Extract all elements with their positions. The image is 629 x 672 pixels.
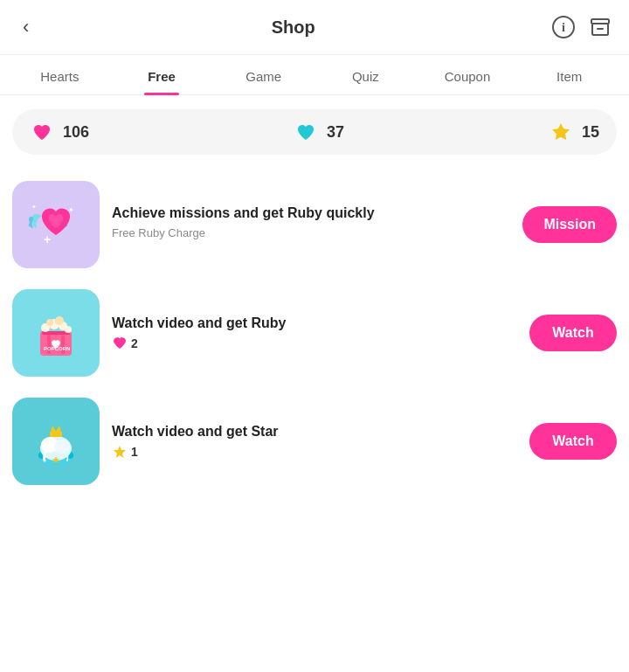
tab-coupon[interactable]: Coupon [417,55,519,94]
svg-marker-27 [114,446,126,458]
svg-point-18 [55,316,64,325]
star-count: 15 [582,123,599,142]
page-title: Shop [272,17,315,38]
teal-heart-icon [294,120,318,144]
svg-point-24 [54,440,70,454]
watch-star-card-content: Watch video and get Star 1 [112,423,517,461]
mission-card-content: Achieve missions and get Ruby quickly Fr… [112,204,510,245]
cards-list: + ✦ ✦ Achieve missions and get Ruby quic… [0,169,629,497]
svg-marker-5 [552,123,570,140]
teal-heart-count: 37 [327,123,344,142]
svg-point-16 [65,326,72,333]
info-icon[interactable]: i [550,14,577,40]
watch-ruby-reward-count: 2 [131,336,138,350]
svg-text:✦: ✦ [68,206,74,214]
tab-item[interactable]: Item [518,55,620,94]
back-button[interactable]: ‹ [16,12,36,42]
header: ‹ Shop i [0,0,629,55]
tab-hearts[interactable]: Hearts [9,55,111,94]
stats-bar: 106 37 15 [12,109,617,155]
svg-text:✦: ✦ [31,204,37,210]
pink-heart-count: 106 [63,123,89,142]
tab-bar: Hearts Free Game Quiz Coupon Item [0,55,629,95]
svg-point-17 [46,319,53,326]
svg-rect-25 [50,432,62,437]
archive-icon[interactable] [587,14,613,40]
watch-ruby-card: POPCORN Watch video and get Ruby 2 Watch [12,284,617,382]
watch-ruby-reward: 2 [112,336,517,351]
watch-star-reward-count: 1 [131,445,138,459]
pink-heart-icon [30,120,54,144]
reward-heart-icon [112,336,128,351]
watch-ruby-button[interactable]: Watch [529,315,617,351]
reward-star-icon [112,444,128,460]
mission-card-title: Achieve missions and get Ruby quickly [112,204,510,223]
watch-star-card-title: Watch video and get Star [112,423,517,441]
svg-text:+: + [44,232,51,246]
star-icon [549,120,573,144]
watch-star-card-image [12,398,100,485]
watch-star-button[interactable]: Watch [529,423,617,460]
header-icons: i [550,14,613,40]
mission-button[interactable]: Mission [522,206,617,243]
svg-text:POPCORN: POPCORN [44,346,70,351]
watch-star-reward: 1 [112,444,517,460]
watch-ruby-card-image: POPCORN [12,289,100,377]
mission-card: + ✦ ✦ Achieve missions and get Ruby quic… [12,176,617,274]
watch-star-card: Watch video and get Star 1 Watch [12,392,617,490]
watch-ruby-card-title: Watch video and get Ruby [112,315,517,333]
watch-ruby-card-content: Watch video and get Ruby 2 [112,315,517,352]
tab-game[interactable]: Game [212,55,314,94]
svg-text:i: i [562,21,565,34]
tab-quiz[interactable]: Quiz [314,55,417,94]
mission-card-subtitle: Free Ruby Charge [112,226,510,239]
tab-free[interactable]: Free [111,55,213,94]
mission-card-image: + ✦ ✦ [12,181,100,268]
